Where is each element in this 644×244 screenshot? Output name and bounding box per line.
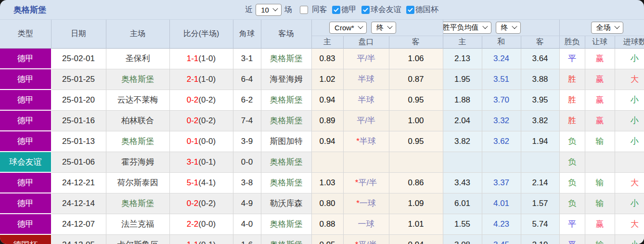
handicap-text: 半球 [358, 95, 374, 104]
match-row: 德甲24-12-14奥格斯堡0-2(0-2)4-9勒沃库森0.80*一球1.09… [0, 193, 644, 214]
checkbox-checked[interactable] [332, 6, 340, 14]
handicap-star: * [356, 199, 360, 208]
avg-draw-value: 3.37 [493, 178, 509, 187]
home-team-name: 奥格斯堡 [121, 199, 154, 208]
home-team-cell: 荷尔斯泰因 [106, 172, 169, 193]
result-cell: 负 [559, 193, 585, 214]
score-cell: 0-2(0-2) [169, 193, 233, 214]
checkbox-checked[interactable] [406, 6, 414, 14]
score-cell: 1-1(1-0) [169, 49, 233, 69]
match-row: 德国杯24-12-05卡尔斯鲁厄1-1(0-1)1-6奥格斯堡0.95*平/半0… [0, 234, 644, 244]
filter-group: 同客德甲球会友谊德国杯 [295, 5, 438, 15]
league-cell: 德甲 [0, 214, 51, 234]
home-team-name: 荷尔斯泰因 [117, 178, 158, 187]
avg-away-cell: 3.64 [521, 49, 559, 69]
chevron-down-icon [387, 24, 392, 29]
odds-away-cell: 1.01 [389, 214, 443, 234]
home-team-name: 霍芬海姆 [121, 157, 154, 167]
bookmaker-select-value: Crow* [335, 24, 354, 32]
result-cell: 胜 [559, 110, 585, 131]
away-team-cell: 奥格斯堡 [261, 110, 311, 131]
sub-header-goals: 进球数 [615, 36, 644, 49]
odds-away-cell: 0.94 [389, 234, 443, 244]
away-team-cell: 奥格斯堡 [261, 172, 311, 193]
bookmaker-select[interactable]: Crow* [329, 22, 367, 34]
score-cell: 0-2(0-2) [169, 110, 233, 131]
filter-label[interactable]: 同客 [312, 5, 327, 15]
avg-time-select-value: 终 [501, 23, 508, 32]
avg-draw-cell: 4.01 [482, 193, 521, 214]
filter-label[interactable]: 德甲 [341, 5, 357, 15]
date-cell: 24-12-05 [51, 234, 106, 244]
col-header-date: 日期 [51, 20, 106, 49]
avg-home-cell: 2.13 [443, 49, 482, 69]
corner-cell: 6-2 [233, 90, 261, 110]
avg-type-select[interactable]: 胜平负均值 [443, 22, 491, 34]
match-row: 德甲25-01-16柏林联合0-2(0-2)7-4奥格斯堡0.89平/半1.00… [0, 110, 644, 131]
home-team-cell: 霍芬海姆 [106, 152, 169, 172]
avg-home-cell [443, 152, 482, 172]
recent-count-select[interactable]: 10 [256, 4, 282, 16]
scope-select[interactable]: 全场 [591, 22, 623, 34]
handicap-text: 平/半 [357, 54, 375, 63]
checkbox-unchecked[interactable] [300, 6, 308, 14]
home-team-cell: 奥格斯堡 [106, 131, 169, 152]
checkbox-checked[interactable] [361, 6, 370, 14]
halftime-score: (0-2) [198, 95, 216, 104]
avg-draw-cell: 3.45 [482, 234, 521, 244]
filter-label[interactable]: 德国杯 [415, 5, 438, 15]
sub-header-odds-away: 客 [389, 36, 443, 49]
odds-time-select[interactable]: 终 [371, 22, 396, 34]
handicap-result-cell: 输 [585, 131, 615, 152]
avg-draw-cell: 3.24 [482, 49, 521, 69]
match-row: 德甲25-01-13奥格斯堡0-1(0-0)3-9斯图加特0.94*半球0.95… [0, 131, 644, 152]
avg-draw-value: 3.62 [493, 137, 509, 146]
handicap-text: 一球 [358, 219, 374, 229]
handicap-text: 一球 [360, 199, 376, 208]
avg-away-cell [521, 152, 559, 172]
sub-header-avg-home: 主 [443, 36, 482, 49]
handicap-cell: 一球 [343, 214, 389, 234]
odds-away-cell: 1.00 [389, 110, 443, 131]
odds-home-cell: 0.83 [311, 49, 343, 69]
handicap-result-value: 赢 [596, 54, 604, 63]
matches-label: 场 [284, 5, 292, 15]
scope-select-value: 全场 [596, 23, 611, 32]
corner-cell: 4-9 [233, 193, 261, 214]
handicap-result-value: 输 [596, 240, 604, 244]
filter-label[interactable]: 球会友谊 [371, 5, 401, 15]
col-header-type: 类型 [0, 20, 51, 49]
goals-cell: 大 [615, 172, 644, 193]
avg-draw-cell: 3.51 [482, 69, 521, 90]
sub-header-avg-away: 客 [521, 36, 559, 49]
result-value: 负 [568, 157, 576, 167]
team-title: 奥格斯堡 [13, 4, 46, 15]
avg-time-select[interactable]: 终 [496, 22, 521, 34]
chevron-down-icon [358, 24, 363, 29]
halftime-score: (0-2) [198, 116, 216, 125]
fulltime-score: 0-2 [187, 116, 199, 125]
avg-away-cell: 1.57 [521, 193, 559, 214]
fulltime-score: 5-1 [187, 178, 199, 187]
home-team-cell: 云达不莱梅 [106, 90, 169, 110]
date-cell: 24-12-21 [51, 172, 106, 193]
result-cell: 胜 [559, 90, 585, 110]
corner-cell: 3-8 [233, 172, 261, 193]
col-header-score: 比分(半场) [169, 20, 233, 49]
league-cell: 德甲 [0, 172, 51, 193]
home-team-name: 圣保利 [126, 54, 150, 63]
result-value: 负 [568, 137, 576, 146]
result-value: 胜 [568, 75, 576, 84]
halftime-score: (4-1) [198, 178, 216, 187]
avg-draw-value: 3.32 [493, 116, 509, 125]
avg-group-header: 胜平负均值 终 [443, 20, 559, 36]
league-cell: 德甲 [0, 193, 51, 214]
result-cell: 胜 [559, 69, 585, 90]
result-value: 平 [568, 219, 576, 229]
home-team-name: 柏林联合 [121, 116, 154, 125]
away-team-cell: 奥格斯堡 [261, 234, 311, 244]
handicap-cell: 半球 [343, 69, 389, 90]
handicap-result-value: 输 [596, 178, 604, 187]
result-cell: 负 [559, 131, 585, 152]
result-cell: 平 [559, 214, 585, 234]
